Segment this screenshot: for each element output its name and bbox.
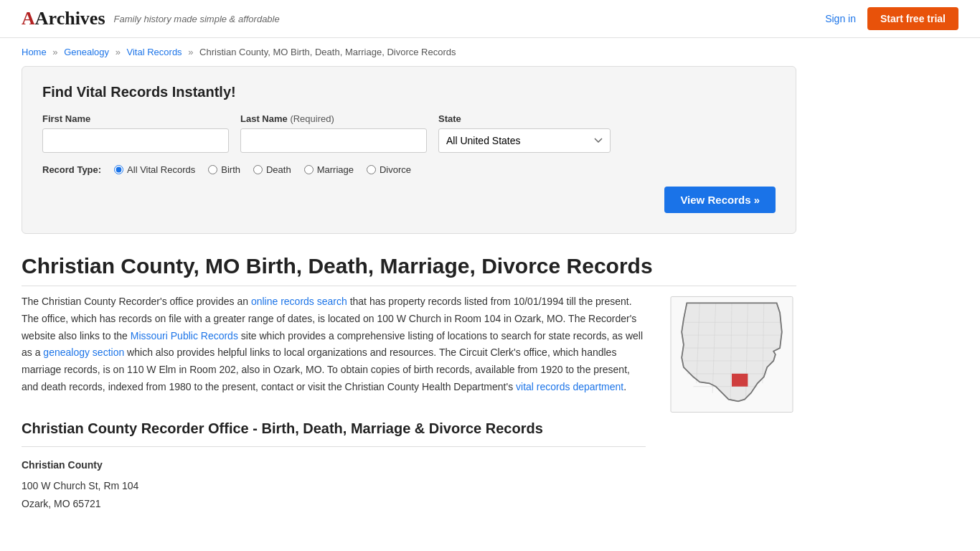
- radio-divorce-input[interactable]: [367, 165, 376, 174]
- sign-in-link[interactable]: Sign in: [825, 13, 856, 24]
- radio-death[interactable]: Death: [253, 164, 291, 175]
- genealogy-section-link[interactable]: genealogy section: [43, 347, 124, 358]
- radio-marriage-label: Marriage: [317, 164, 354, 175]
- header-logo-area: AArchives Family history made simple & a…: [22, 8, 280, 29]
- view-records-button[interactable]: View Records »: [664, 187, 776, 213]
- breadcrumb-home[interactable]: Home: [22, 47, 47, 57]
- page-title: Christian County, MO Birth, Death, Marri…: [22, 254, 796, 286]
- radio-marriage[interactable]: Marriage: [304, 164, 354, 175]
- breadcrumb-sep-1: »: [52, 47, 57, 57]
- state-label: State: [438, 113, 611, 124]
- site-logo: AArchives: [22, 8, 105, 29]
- search-box-title: Find Vital Records Instantly!: [42, 84, 776, 100]
- record-type-label: Record Type:: [42, 164, 101, 175]
- first-name-label: First Name: [42, 113, 229, 124]
- radio-all-label: All Vital Records: [127, 164, 195, 175]
- radio-death-input[interactable]: [253, 165, 263, 174]
- last-name-required: (Required): [290, 113, 334, 124]
- radio-marriage-input[interactable]: [304, 165, 314, 174]
- start-trial-button[interactable]: Start free trial: [867, 7, 958, 30]
- sub-section-recorder: Christian County Recorder Office - Birth…: [22, 416, 646, 513]
- last-name-label: Last Name (Required): [240, 113, 427, 124]
- state-select[interactable]: All United States Alabama Missouri: [438, 128, 611, 153]
- radio-all-input[interactable]: [114, 165, 123, 174]
- breadcrumb-current: Christian County, MO Birth, Death, Marri…: [199, 47, 456, 57]
- last-name-input[interactable]: [240, 128, 427, 153]
- radio-birth-input[interactable]: [208, 165, 217, 174]
- map-area: [667, 293, 796, 513]
- office-address: 100 W Church St, Rm 104 Ozark, MO 65721: [22, 477, 646, 513]
- radio-divorce[interactable]: Divorce: [367, 164, 411, 175]
- site-tagline: Family history made simple & affordable: [114, 14, 280, 24]
- office-address-line2: Ozark, MO 65721: [22, 495, 646, 513]
- radio-birth[interactable]: Birth: [208, 164, 240, 175]
- sub-section-title: Christian County Recorder Office - Birth…: [22, 416, 646, 447]
- record-type-row: Record Type: All Vital Records Birth Dea…: [42, 164, 776, 175]
- breadcrumb-sep-2: »: [116, 47, 121, 57]
- main-content: Find Vital Records Instantly! First Name…: [0, 66, 818, 534]
- last-name-group: Last Name (Required): [240, 113, 427, 153]
- state-group: State All United States Alabama Missouri: [438, 113, 611, 153]
- office-address-line1: 100 W Church St, Rm 104: [22, 477, 646, 495]
- site-header: AArchives Family history made simple & a…: [0, 0, 980, 38]
- vital-records-dept-link[interactable]: vital records department: [516, 381, 623, 392]
- header-actions: Sign in Start free trial: [825, 7, 958, 30]
- first-name-group: First Name: [42, 113, 229, 153]
- office-name: Christian County: [22, 457, 646, 474]
- mo-public-records-link[interactable]: Missouri Public Records: [131, 330, 238, 342]
- missouri-map: [667, 293, 796, 415]
- radio-birth-label: Birth: [221, 164, 240, 175]
- form-fields-row: First Name Last Name (Required) State Al…: [42, 113, 776, 153]
- search-box: Find Vital Records Instantly! First Name…: [22, 66, 796, 234]
- radio-divorce-label: Divorce: [380, 164, 411, 175]
- content-text: The Christian County Recorder's office p…: [22, 293, 646, 513]
- breadcrumb: Home » Genealogy » Vital Records » Chris…: [0, 38, 980, 66]
- radio-all-vital[interactable]: All Vital Records: [114, 164, 195, 175]
- svg-rect-12: [732, 374, 748, 387]
- body-paragraph-1: The Christian County Recorder's office p…: [22, 293, 646, 396]
- breadcrumb-vital-records[interactable]: Vital Records: [127, 47, 182, 57]
- online-records-link[interactable]: online records search: [251, 296, 347, 307]
- breadcrumb-sep-3: »: [188, 47, 193, 57]
- content-area: The Christian County Recorder's office p…: [22, 293, 796, 513]
- breadcrumb-genealogy[interactable]: Genealogy: [64, 47, 109, 57]
- radio-death-label: Death: [266, 164, 291, 175]
- first-name-input[interactable]: [42, 128, 229, 153]
